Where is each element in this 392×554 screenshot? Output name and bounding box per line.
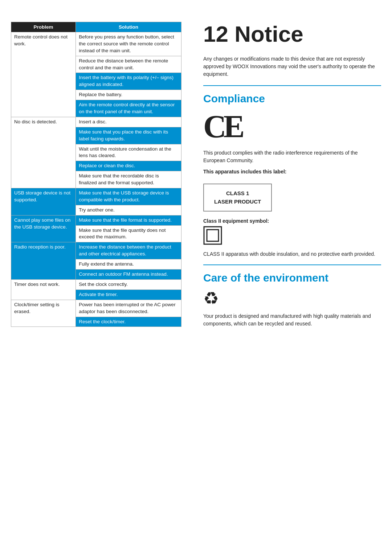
problem-cell: Timer does not work. [11, 279, 76, 300]
table-row: Cannot play some files on the USB storag… [11, 215, 181, 225]
compliance-title: Compliance [203, 93, 381, 105]
recycling-symbol-unicode: ♻ [203, 290, 381, 307]
environment-body: Your product is designed and manufacture… [203, 312, 381, 328]
divider-2 [203, 264, 381, 265]
class-ii-icon [203, 226, 222, 245]
table-row: USB storage device is not supported.Make… [11, 188, 181, 205]
ce-symbol: CE [203, 111, 242, 143]
solution-cell: Wait until the moisture condensation at … [76, 144, 181, 161]
solution-cell: Make sure that the USB storage device is… [76, 188, 181, 205]
laser-line-2: LASER PRODUCT [214, 198, 261, 206]
laser-line-1: CLASS 1 [214, 189, 261, 198]
right-column: 12 Notice Any changes or modifications m… [189, 15, 392, 539]
table-row: Radio reception is poor.Increase the dis… [11, 242, 181, 259]
apparatus-label: This apparatus includes this label: [203, 168, 381, 176]
solution-cell: Make sure that the recordable disc is fi… [76, 171, 181, 188]
solution-header: Solution [76, 22, 181, 32]
solution-cell: Fully extend the antenna. [76, 259, 181, 270]
solution-cell: Try another one. [76, 205, 181, 215]
problem-cell: Radio reception is poor. [11, 242, 76, 280]
environment-title: Care of the environment [203, 272, 381, 284]
laser-label-box: CLASS 1 LASER PRODUCT [203, 184, 272, 212]
ce-mark: CE [203, 111, 242, 143]
solution-cell: Increase the distance between the produc… [76, 242, 181, 259]
problem-cell: No disc is detected. [11, 117, 76, 188]
class-ii-label: Class II equipment symbol: [203, 218, 381, 224]
notice-title: 12 Notice [203, 22, 381, 46]
divider-1 [203, 85, 381, 86]
notice-body: Any changes or modifications made to thi… [203, 55, 381, 78]
solution-cell: Reset the clock/timer. [76, 317, 181, 327]
solution-cell: Make sure that the file quantity does no… [76, 225, 181, 242]
solution-cell: Before you press any function button, se… [76, 32, 181, 56]
class-ii-icon-container [203, 226, 381, 246]
solution-cell: Make sure that the file format is suppor… [76, 215, 181, 225]
solution-cell: Make sure that you place the disc with i… [76, 127, 181, 144]
problem-cell: Cannot play some files on the USB storag… [11, 215, 76, 242]
left-column: Problem Solution Remote control does not… [0, 15, 189, 539]
problem-header: Problem [11, 22, 76, 32]
table-row: No disc is detected.Insert a disc. [11, 117, 181, 127]
solution-cell: Insert a disc. [76, 117, 181, 127]
solution-cell: Reduce the distance between the remote c… [76, 56, 181, 73]
problem-cell: Remote control does not work. [11, 32, 76, 117]
solution-cell: Insert the battery with its polarity (+/… [76, 73, 181, 90]
compliance-body: This product complies with the radio int… [203, 149, 381, 164]
solution-cell: Activate the timer. [76, 290, 181, 300]
table-row: Remote control does not work.Before you … [11, 32, 181, 56]
problem-cell: Clock/timer setting is erased. [11, 300, 76, 327]
class-ii-body: CLASS II apparatus with double insulatio… [203, 250, 381, 258]
table-row: Timer does not work.Set the clock correc… [11, 279, 181, 290]
page: Problem Solution Remote control does not… [0, 0, 392, 554]
solution-cell: Power has been interrupted or the AC pow… [76, 300, 181, 317]
solution-cell: Replace or clean the disc. [76, 161, 181, 171]
troubleshooting-table: Problem Solution Remote control does not… [11, 22, 181, 327]
solution-cell: Aim the remote control directly at the s… [76, 100, 181, 117]
svg-rect-1 [207, 230, 219, 241]
solution-cell: Replace the battery. [76, 90, 181, 100]
solution-cell: Connect an outdoor FM antenna instead. [76, 270, 181, 280]
problem-cell: USB storage device is not supported. [11, 188, 76, 216]
solution-cell: Set the clock correctly. [76, 279, 181, 290]
table-row: Clock/timer setting is erased.Power has … [11, 300, 181, 317]
